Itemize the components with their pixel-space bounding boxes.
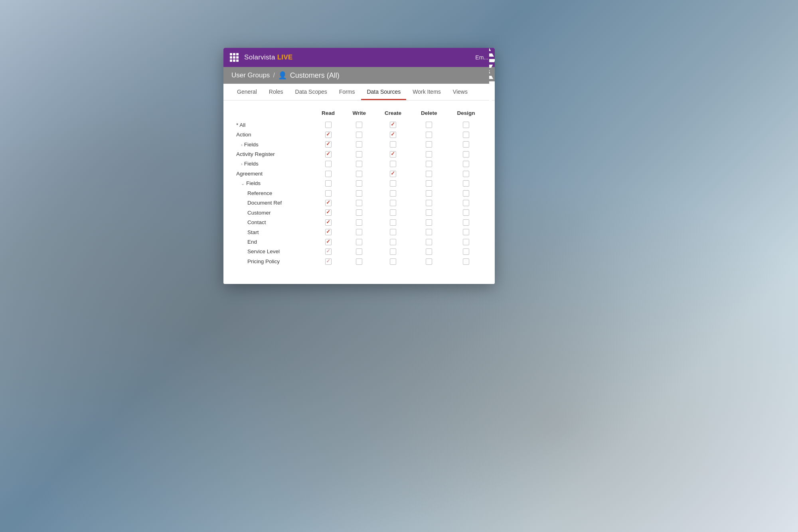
cell-agreement-create[interactable] xyxy=(375,169,411,178)
cell-end-design[interactable] xyxy=(447,237,485,246)
checkbox-agreement-fields-delete[interactable] xyxy=(426,180,432,187)
checkbox-customer-read[interactable] xyxy=(325,209,332,216)
cell-activity-register-design[interactable] xyxy=(447,149,485,159)
breadcrumb-parent[interactable]: User Groups xyxy=(231,71,270,79)
cell-action-fields-read[interactable] xyxy=(313,140,344,149)
checkbox-agreement-read[interactable] xyxy=(325,171,332,177)
checkbox-action-fields-create[interactable] xyxy=(390,141,396,148)
cell-action-write[interactable] xyxy=(344,130,375,139)
cell-action-create[interactable] xyxy=(375,130,411,139)
checkbox-pricing-policy-read[interactable] xyxy=(325,258,332,265)
cell-end-delete[interactable] xyxy=(411,237,447,246)
checkbox-customer-delete[interactable] xyxy=(426,209,432,216)
cell-pricing-policy-write[interactable] xyxy=(344,256,375,266)
checkbox-all-create[interactable] xyxy=(390,122,396,128)
checkbox-activity-register-create[interactable] xyxy=(390,151,396,158)
cell-agreement-fields-write[interactable] xyxy=(344,179,375,188)
checkbox-reference-write[interactable] xyxy=(356,190,362,197)
checkbox-action-fields-read[interactable] xyxy=(325,141,332,148)
checkbox-all-write[interactable] xyxy=(356,122,362,128)
checkbox-agreement-design[interactable] xyxy=(463,171,469,177)
checkbox-document-ref-create[interactable] xyxy=(390,200,396,206)
checkbox-activity-fields-design[interactable] xyxy=(463,161,469,167)
tab-general[interactable]: General xyxy=(231,84,263,100)
cell-action-fields-delete[interactable] xyxy=(411,140,447,149)
cell-reference-create[interactable] xyxy=(375,188,411,198)
checkbox-start-create[interactable] xyxy=(390,229,396,235)
cell-action-fields-design[interactable] xyxy=(447,140,485,149)
checkbox-contact-create[interactable] xyxy=(390,219,396,226)
cell-service-level-read[interactable] xyxy=(313,247,344,256)
checkbox-service-level-design[interactable] xyxy=(463,248,469,255)
cell-agreement-write[interactable] xyxy=(344,169,375,178)
cell-contact-delete[interactable] xyxy=(411,217,447,227)
cell-action-design[interactable] xyxy=(447,130,485,139)
checkbox-activity-fields-create[interactable] xyxy=(390,161,396,167)
cell-contact-design[interactable] xyxy=(447,217,485,227)
cell-pricing-policy-create[interactable] xyxy=(375,256,411,266)
checkbox-end-design[interactable] xyxy=(463,239,469,245)
checkbox-agreement-fields-read[interactable] xyxy=(325,180,332,187)
cell-activity-fields-write[interactable] xyxy=(344,159,375,169)
cell-end-read[interactable] xyxy=(313,237,344,246)
cell-reference-write[interactable] xyxy=(344,188,375,198)
cell-reference-read[interactable] xyxy=(313,188,344,198)
checkbox-customer-create[interactable] xyxy=(390,209,396,216)
cell-customer-write[interactable] xyxy=(344,208,375,217)
cell-service-level-delete[interactable] xyxy=(411,247,447,256)
checkbox-pricing-policy-design[interactable] xyxy=(463,258,469,265)
checkbox-action-fields-design[interactable] xyxy=(463,141,469,148)
checkbox-activity-fields-read[interactable] xyxy=(325,161,332,167)
checkbox-end-write[interactable] xyxy=(356,239,362,245)
tab-work-items[interactable]: Work Items xyxy=(407,84,446,100)
checkbox-agreement-create[interactable] xyxy=(390,171,396,177)
cell-activity-fields-read[interactable] xyxy=(313,159,344,169)
cell-activity-fields-create[interactable] xyxy=(375,159,411,169)
cell-start-create[interactable] xyxy=(375,227,411,237)
cell-agreement-fields-read[interactable] xyxy=(313,179,344,188)
cell-start-write[interactable] xyxy=(344,227,375,237)
cell-action-delete[interactable] xyxy=(411,130,447,139)
cell-customer-design[interactable] xyxy=(447,208,485,217)
checkbox-pricing-policy-delete[interactable] xyxy=(426,258,432,265)
cell-contact-write[interactable] xyxy=(344,217,375,227)
expand-icon-agreement-fields[interactable]: ⌄ xyxy=(241,181,245,186)
checkbox-service-level-read[interactable] xyxy=(325,248,332,255)
checkbox-document-ref-delete[interactable] xyxy=(426,200,432,206)
cell-activity-fields-design[interactable] xyxy=(447,159,485,169)
checkbox-action-design[interactable] xyxy=(463,132,469,138)
cell-reference-delete[interactable] xyxy=(411,188,447,198)
checkbox-start-design[interactable] xyxy=(463,229,469,235)
cell-document-ref-delete[interactable] xyxy=(411,198,447,208)
checkbox-document-ref-read[interactable] xyxy=(325,200,332,206)
cell-activity-register-write[interactable] xyxy=(344,149,375,159)
checkbox-contact-write[interactable] xyxy=(356,219,362,226)
checkbox-activity-fields-delete[interactable] xyxy=(426,161,432,167)
cell-pricing-policy-design[interactable] xyxy=(447,256,485,266)
checkbox-all-design[interactable] xyxy=(463,122,469,128)
cell-agreement-design[interactable] xyxy=(447,169,485,178)
cell-service-level-create[interactable] xyxy=(375,247,411,256)
cell-agreement-fields-delete[interactable] xyxy=(411,179,447,188)
checkbox-action-delete[interactable] xyxy=(426,132,432,138)
checkbox-service-level-create[interactable] xyxy=(390,248,396,255)
cell-document-ref-design[interactable] xyxy=(447,198,485,208)
checkbox-reference-create[interactable] xyxy=(390,190,396,197)
checkbox-agreement-fields-design[interactable] xyxy=(463,180,469,187)
tab-roles[interactable]: Roles xyxy=(263,84,289,100)
checkbox-agreement-delete[interactable] xyxy=(426,171,432,177)
cell-agreement-read[interactable] xyxy=(313,169,344,178)
cell-activity-fields-delete[interactable] xyxy=(411,159,447,169)
checkbox-activity-register-design[interactable] xyxy=(463,151,469,158)
checkbox-action-fields-delete[interactable] xyxy=(426,141,432,148)
cell-action-fields-create[interactable] xyxy=(375,140,411,149)
checkbox-activity-fields-write[interactable] xyxy=(356,161,362,167)
checkbox-start-write[interactable] xyxy=(356,229,362,235)
checkbox-document-ref-write[interactable] xyxy=(356,200,362,206)
cell-customer-read[interactable] xyxy=(313,208,344,217)
grid-menu-icon[interactable] xyxy=(230,53,239,62)
checkbox-end-delete[interactable] xyxy=(426,239,432,245)
checkbox-customer-design[interactable] xyxy=(463,209,469,216)
checkbox-document-ref-design[interactable] xyxy=(463,200,469,206)
cell-all-delete[interactable] xyxy=(411,120,447,130)
